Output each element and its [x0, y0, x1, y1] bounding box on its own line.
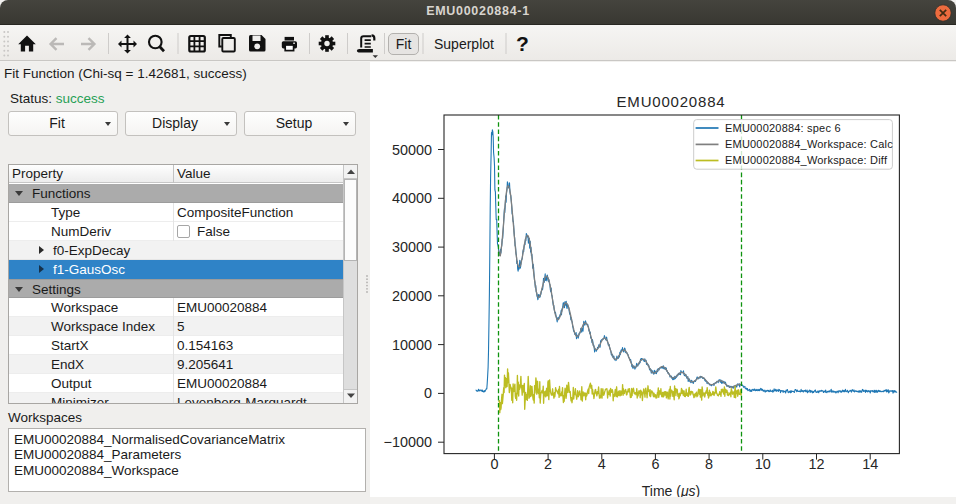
- svg-text:−10000: −10000: [384, 434, 432, 450]
- svg-text:2: 2: [544, 456, 552, 472]
- svg-text:12: 12: [808, 456, 824, 472]
- svg-text:30000: 30000: [392, 239, 432, 255]
- svg-text:0: 0: [424, 385, 432, 401]
- svg-text:EMU00020884: EMU00020884: [617, 93, 726, 110]
- svg-text:20000: 20000: [392, 288, 432, 304]
- svg-text:Time (μs): Time (μs): [642, 483, 701, 497]
- svg-text:EMU00020884_Workspace: Calc: EMU00020884_Workspace: Calc: [725, 138, 893, 150]
- svg-text:6: 6: [651, 456, 659, 472]
- svg-text:10: 10: [755, 456, 771, 472]
- svg-text:EMU00020884_Workspace: Diff: EMU00020884_Workspace: Diff: [725, 154, 888, 166]
- svg-text:14: 14: [862, 456, 878, 472]
- svg-text:40000: 40000: [392, 190, 432, 206]
- svg-text:?: ?: [516, 32, 529, 55]
- svg-text:8: 8: [705, 456, 713, 472]
- svg-text:4: 4: [598, 456, 606, 472]
- svg-text:0: 0: [490, 456, 498, 472]
- svg-text:EMU00020884: spec 6: EMU00020884: spec 6: [725, 122, 841, 134]
- svg-text:10000: 10000: [392, 337, 432, 353]
- svg-text:50000: 50000: [392, 142, 432, 158]
